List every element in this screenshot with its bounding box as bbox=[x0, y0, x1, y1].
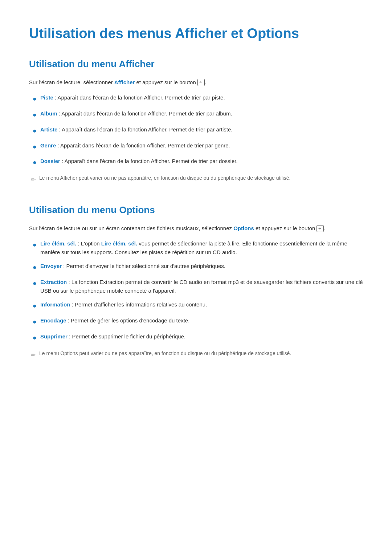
item-label-2: Lire élém. sél. bbox=[101, 240, 137, 247]
list-item: ● Piste : Apparaît dans l'écran de la fo… bbox=[33, 93, 363, 104]
item-label: Supprimer bbox=[40, 333, 68, 340]
list-item: ● Album : Apparaît dans l'écran de la fo… bbox=[33, 109, 363, 120]
item-description: : Apparaît dans l'écran de la fonction A… bbox=[56, 142, 230, 149]
item-label: Lire élém. sél. bbox=[40, 240, 76, 247]
options-intro-before: Sur l'écran de lecture ou sur un écran c… bbox=[29, 225, 233, 231]
list-item: ● Genre : Apparaît dans l'écran de la fo… bbox=[33, 141, 363, 152]
options-note: ✏ Le menu Options peut varier ou ne pas … bbox=[29, 350, 363, 360]
list-item: ● Lire élém. sél. : L'option Lire élém. … bbox=[33, 239, 363, 257]
item-description: : La fonction Extraction permet de conve… bbox=[40, 279, 363, 294]
item-content: Encodage : Permet de gérer les options d… bbox=[40, 316, 363, 325]
item-description: : Apparaît dans l'écran de la fonction A… bbox=[53, 94, 225, 101]
item-label: Envoyer bbox=[40, 263, 62, 269]
options-section: Utilisation du menu Options Sur l'écran … bbox=[29, 203, 363, 359]
list-item: ● Envoyer : Permet d'envoyer le fichier … bbox=[33, 262, 363, 273]
item-content: Extraction : La fonction Extraction perm… bbox=[40, 278, 363, 295]
afficher-accent: Afficher bbox=[114, 79, 135, 85]
item-description: : Apparaît dans l'écran de la fonction A… bbox=[57, 110, 232, 117]
item-content: Genre : Apparaît dans l'écran de la fonc… bbox=[40, 141, 363, 150]
bullet-icon: ● bbox=[33, 317, 37, 327]
afficher-heading: Utilisation du menu Afficher bbox=[29, 57, 363, 72]
bullet-icon: ● bbox=[33, 240, 37, 250]
item-description: : Permet d'afficher les informations rel… bbox=[70, 301, 207, 308]
item-content: Album : Apparaît dans l'écran de la fonc… bbox=[40, 109, 363, 118]
item-content: Artiste : Apparaît dans l'écran de la fo… bbox=[40, 125, 363, 134]
list-item: ● Artiste : Apparaît dans l'écran de la … bbox=[33, 125, 363, 136]
item-label: Information bbox=[40, 301, 70, 308]
bullet-icon: ● bbox=[33, 278, 37, 289]
item-label: Album bbox=[40, 110, 57, 117]
enter-icon-options: ↵ bbox=[317, 225, 324, 232]
item-label: Extraction bbox=[40, 279, 67, 285]
item-content: Piste : Apparaît dans l'écran de la fonc… bbox=[40, 93, 363, 102]
item-label: Piste bbox=[40, 94, 53, 101]
page-title: Utilisation des menus Afficher et Option… bbox=[29, 25, 363, 42]
bullet-icon: ● bbox=[33, 157, 37, 168]
pencil-icon: ✏ bbox=[31, 350, 36, 360]
afficher-intro-before: Sur l'écran de lecture, sélectionner bbox=[29, 79, 114, 85]
item-content: Dossier : Apparaît dans l'écran de la fo… bbox=[40, 157, 363, 166]
bullet-icon: ● bbox=[33, 333, 37, 343]
item-label: Encodage bbox=[40, 317, 66, 324]
bullet-icon: ● bbox=[33, 126, 37, 136]
afficher-note: ✏ Le menu Afficher peut varier ou ne pas… bbox=[29, 174, 363, 184]
list-item: ● Information : Permet d'afficher les in… bbox=[33, 300, 363, 311]
bullet-icon: ● bbox=[33, 110, 37, 120]
item-content: Information : Permet d'afficher les info… bbox=[40, 300, 363, 309]
options-accent: Options bbox=[233, 225, 254, 231]
pencil-icon: ✏ bbox=[31, 175, 36, 184]
item-content: Supprimer : Permet de supprimer le fichi… bbox=[40, 332, 363, 341]
item-label: Artiste bbox=[40, 126, 58, 133]
item-description: : Apparaît dans l'écran de la fonction A… bbox=[57, 126, 232, 133]
afficher-intro: Sur l'écran de lecture, sélectionner Aff… bbox=[29, 78, 363, 87]
options-heading: Utilisation du menu Options bbox=[29, 203, 363, 218]
options-list: ● Lire élém. sél. : L'option Lire élém. … bbox=[29, 239, 363, 343]
enter-icon-afficher: ↵ bbox=[197, 79, 205, 86]
options-intro: Sur l'écran de lecture ou sur un écran c… bbox=[29, 224, 363, 233]
bullet-icon: ● bbox=[33, 262, 37, 273]
item-description: : Permet d'envoyer le fichier sélectionn… bbox=[62, 263, 225, 269]
afficher-intro-after: et appuyez sur le bouton bbox=[135, 79, 197, 85]
item-description: : Permet de gérer les options d'encodage… bbox=[66, 317, 190, 324]
list-item: ● Supprimer : Permet de supprimer le fic… bbox=[33, 332, 363, 343]
item-description: : Permet de supprimer le fichier du péri… bbox=[68, 333, 185, 340]
item-label: Genre bbox=[40, 142, 56, 149]
item-description: : Apparaît dans l'écran de la fonction A… bbox=[60, 158, 238, 164]
list-item: ● Encodage : Permet de gérer les options… bbox=[33, 316, 363, 327]
item-label: Dossier bbox=[40, 158, 60, 164]
item-content: Lire élém. sél. : L'option Lire élém. sé… bbox=[40, 239, 363, 257]
afficher-list: ● Piste : Apparaît dans l'écran de la fo… bbox=[29, 93, 363, 168]
options-intro-after: et appuyez sur le bouton bbox=[254, 225, 317, 231]
bullet-icon: ● bbox=[33, 94, 37, 104]
list-item: ● Dossier : Apparaît dans l'écran de la … bbox=[33, 157, 363, 168]
item-description-part1: : L'option bbox=[76, 240, 101, 247]
note-text: Le menu Afficher peut varier ou ne pas a… bbox=[39, 174, 290, 182]
list-item: ● Extraction : La fonction Extraction pe… bbox=[33, 278, 363, 295]
item-content: Envoyer : Permet d'envoyer le fichier sé… bbox=[40, 262, 363, 271]
bullet-icon: ● bbox=[33, 301, 37, 311]
bullet-icon: ● bbox=[33, 142, 37, 152]
afficher-section: Utilisation du menu Afficher Sur l'écran… bbox=[29, 57, 363, 184]
note-text: Le menu Options peut varier ou ne pas ap… bbox=[39, 350, 291, 357]
